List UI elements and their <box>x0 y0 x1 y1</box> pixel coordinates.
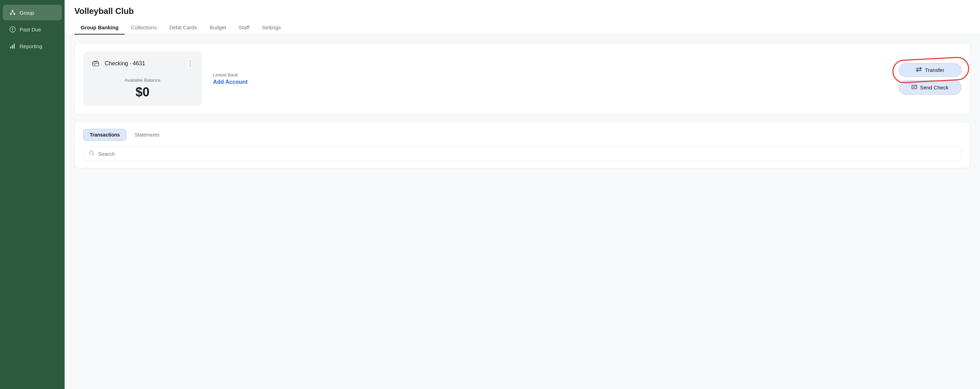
tab-bar: Group Banking Collections Debit Cards Bu… <box>75 21 970 34</box>
sub-tab-statements[interactable]: Statements <box>128 129 166 141</box>
svg-rect-11 <box>92 62 99 66</box>
svg-point-0 <box>12 10 14 12</box>
account-section: Checking · 4631 ⋮ Available Balance $0 L… <box>75 43 970 114</box>
action-buttons: Transfer Send Check <box>899 63 961 95</box>
svg-point-7 <box>12 30 13 31</box>
sidebar-item-group[interactable]: Group <box>3 5 62 20</box>
warning-icon <box>9 26 16 33</box>
sidebar-item-past-due[interactable]: Past Due <box>3 22 62 37</box>
tab-settings[interactable]: Settings <box>256 21 287 35</box>
transfer-icon <box>916 67 922 73</box>
tab-group-banking[interactable]: Group Banking <box>75 21 125 35</box>
transfer-label: Transfer <box>925 67 944 73</box>
account-card: Checking · 4631 ⋮ Available Balance $0 <box>83 52 202 106</box>
sidebar: Group Past Due Reporting <box>0 0 65 389</box>
sidebar-item-group-label: Group <box>19 10 34 16</box>
search-bar <box>83 146 961 161</box>
transactions-section: Transactions Statements <box>75 122 970 168</box>
linked-bank-section: Linked Bank Add Account <box>213 72 888 85</box>
send-check-button[interactable]: Send Check <box>899 80 961 95</box>
linked-bank-label: Linked Bank <box>213 72 888 78</box>
svg-point-2 <box>14 13 15 15</box>
tab-collections[interactable]: Collections <box>125 21 163 35</box>
account-card-title: Checking · 4631 <box>90 58 145 69</box>
send-check-icon <box>912 84 917 91</box>
balance-label: Available Balance <box>90 78 195 83</box>
sub-tabs: Transactions Statements <box>83 129 961 141</box>
svg-rect-8 <box>10 46 11 49</box>
transfer-highlight: Transfer <box>899 63 961 77</box>
tab-debit-cards[interactable]: Debit Cards <box>163 21 203 35</box>
main-content: Volleyball Club Group Banking Collection… <box>65 0 980 389</box>
sidebar-item-past-due-label: Past Due <box>19 27 41 32</box>
balance-amount: $0 <box>90 85 195 100</box>
svg-line-4 <box>13 12 14 13</box>
svg-rect-9 <box>12 45 13 49</box>
account-name: Checking · 4631 <box>105 60 145 67</box>
transfer-button[interactable]: Transfer <box>899 63 961 77</box>
topbar: Volleyball Club Group Banking Collection… <box>65 0 980 35</box>
svg-line-3 <box>11 12 13 13</box>
group-icon <box>9 9 16 16</box>
search-icon <box>89 150 95 157</box>
search-input[interactable] <box>98 151 956 157</box>
add-account-link[interactable]: Add Account <box>213 79 888 85</box>
tab-staff[interactable]: Staff <box>232 21 256 35</box>
tab-budget[interactable]: Budget <box>203 21 232 35</box>
sidebar-item-reporting-label: Reporting <box>19 43 42 49</box>
sidebar-item-reporting[interactable]: Reporting <box>3 38 62 54</box>
svg-point-1 <box>10 13 12 15</box>
chart-icon <box>9 43 16 49</box>
bank-account-icon <box>90 58 101 69</box>
account-more-options[interactable]: ⋮ <box>186 58 195 69</box>
content-area: Checking · 4631 ⋮ Available Balance $0 L… <box>65 35 980 177</box>
sub-tab-transactions[interactable]: Transactions <box>83 129 126 141</box>
account-card-header: Checking · 4631 ⋮ <box>90 58 195 69</box>
send-check-label: Send Check <box>920 84 948 91</box>
page-title: Volleyball Club <box>75 6 970 16</box>
svg-rect-10 <box>14 44 15 49</box>
